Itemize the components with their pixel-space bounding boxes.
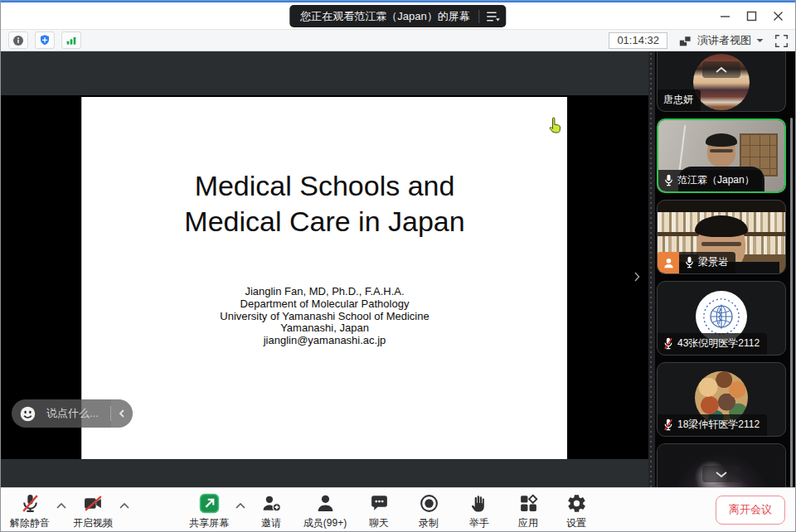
toolbar-items: 解除静音 开启视频 — [0, 488, 600, 532]
network-signal-icon — [65, 34, 78, 47]
security-shield-icon — [38, 34, 51, 47]
fullscreen-icon — [774, 34, 789, 48]
participant-name-label: 范江霖（Japan） — [658, 170, 762, 191]
person-icon — [663, 257, 675, 269]
slide-title: Medical Schools and Medical Care in Japa… — [82, 168, 567, 239]
window-controls — [711, 2, 791, 30]
slide-author-block: Jianglin Fan, MD, Ph.D., F.A.H.A. Depart… — [82, 286, 567, 347]
network-quality-button[interactable] — [61, 31, 81, 49]
minimize-button[interactable] — [711, 5, 738, 28]
info-icon — [12, 34, 25, 47]
scroll-down-button[interactable] — [702, 466, 740, 482]
meeting-info-button[interactable] — [8, 31, 28, 49]
close-button[interactable] — [764, 5, 791, 28]
sidebar-collapse-handle[interactable] — [629, 267, 645, 287]
watching-banner: 您正在观看范江霖（Japan）的屏幕 — [289, 5, 506, 27]
video-options-caret[interactable] — [118, 488, 131, 511]
unmute-group: 解除静音 — [5, 488, 68, 530]
status-toolbar: 01:14:32 演讲者视图 — [0, 30, 796, 51]
mic-muted-icon — [20, 493, 41, 514]
host-badge — [658, 252, 679, 273]
view-mode-button[interactable]: 演讲者视图 — [678, 33, 764, 48]
raise-hand-button[interactable]: 举手 — [454, 488, 504, 530]
chat-bubble-icon — [369, 493, 390, 514]
mic-on-icon — [664, 174, 673, 186]
participant-name-label: 43张倪明医学2112 — [658, 333, 767, 355]
start-video-button[interactable]: 开启视频 — [68, 488, 118, 530]
participant-tile-partial[interactable] — [657, 443, 786, 487]
panel-divider[interactable] — [648, 51, 655, 487]
video-group: 开启视频 — [68, 488, 131, 530]
content-region: Medical Schools and Medical Care in Japa… — [0, 51, 796, 487]
remote-cursor-icon — [547, 116, 565, 138]
close-icon — [773, 11, 784, 22]
record-button[interactable]: 录制 — [403, 488, 454, 530]
maximize-icon — [746, 11, 757, 22]
slide-univ-line: University of Yamanashi School of Medici… — [82, 311, 567, 323]
smiley-icon — [19, 405, 36, 423]
watching-banner-text: 您正在观看范江霖（Japan）的屏幕 — [300, 9, 469, 24]
unmute-button[interactable]: 解除静音 — [5, 488, 55, 530]
record-circle-icon — [419, 493, 439, 514]
slide-city-line: Yamanashi, Japan — [82, 322, 567, 335]
mic-muted-icon — [663, 418, 673, 431]
share-screen-button[interactable]: 共享屏幕 — [184, 488, 234, 530]
minimize-icon — [720, 11, 730, 22]
participant-tile-liangzx[interactable]: 18梁仲轩医学2112 — [657, 362, 786, 437]
share-options-caret[interactable] — [234, 488, 247, 511]
meeting-window: 您正在观看范江霖（Japan）的屏幕 — [0, 0, 796, 532]
apps-grid-icon — [518, 493, 539, 514]
leave-meeting-button[interactable]: 离开会议 — [716, 496, 785, 525]
participant-name-label: 18梁仲轩医学2112 — [658, 414, 767, 436]
chevron-up-icon — [119, 503, 129, 509]
camera-off-icon — [83, 493, 104, 514]
titlebar: 您正在观看范江霖（Japan）的屏幕 — [0, 0, 796, 30]
maximize-button[interactable] — [738, 5, 764, 28]
chevron-left-icon — [118, 409, 126, 418]
participant-tile-liang[interactable]: 梁景岩 — [657, 200, 786, 274]
participant-name-label: 唐忠妍 — [658, 89, 701, 111]
status-left-icons — [8, 31, 81, 49]
fullscreen-button[interactable] — [774, 34, 789, 48]
chevron-up-icon — [715, 66, 728, 74]
invite-button[interactable]: 邀请 — [247, 488, 295, 530]
banner-menu-button[interactable] — [480, 5, 507, 27]
chat-input[interactable]: 说点什么... — [36, 406, 110, 421]
who-emblem-icon — [700, 295, 743, 338]
raise-hand-icon — [469, 493, 490, 514]
participant-tile-zhang[interactable]: 43张倪明医学2112 — [657, 281, 786, 355]
emoji-button[interactable] — [19, 405, 36, 423]
sidebar-scrollbar[interactable] — [790, 118, 793, 487]
participants-sidebar: 唐忠妍 范江霖（Japan） — [655, 51, 796, 487]
chevron-right-icon — [633, 271, 641, 283]
security-button[interactable] — [35, 31, 55, 49]
share-group: 共享屏幕 — [184, 488, 247, 530]
chevron-up-icon — [56, 503, 66, 509]
invite-person-plus-icon — [261, 493, 282, 514]
chevron-down-icon — [715, 471, 728, 478]
status-right-controls: 01:14:32 演讲者视图 — [609, 31, 789, 50]
shared-screen-top-strip — [0, 51, 648, 95]
slide-title-line2: Medical Care in Japan — [82, 204, 567, 239]
audio-options-caret[interactable] — [55, 488, 68, 511]
mic-on-icon — [685, 256, 694, 268]
settings-button[interactable]: 设置 — [552, 488, 600, 530]
view-mode-label: 演讲者视图 — [697, 33, 751, 48]
presentation-slide: Medical Schools and Medical Care in Japa… — [81, 97, 567, 459]
slide-email-line: jianglin@yamanashi.ac.jp — [82, 335, 567, 347]
settings-gear-icon — [566, 493, 587, 514]
slide-title-line1: Medical Schools and — [82, 168, 567, 204]
chevron-down-icon — [756, 38, 764, 43]
scroll-up-button[interactable] — [702, 61, 740, 78]
participant-tile-fan-active-speaker[interactable]: 范江霖（Japan） — [657, 118, 786, 193]
shared-screen-area: Medical Schools and Medical Care in Japa… — [0, 51, 648, 487]
control-toolbar: 解除静音 开启视频 — [0, 487, 796, 532]
participants-button[interactable]: 成员(99+) — [295, 488, 355, 530]
speaker-view-icon — [678, 35, 692, 47]
chat-button[interactable]: 聊天 — [355, 488, 403, 530]
chevron-up-icon — [235, 503, 245, 509]
slide-dept-line: Department of Molecular Pathology — [82, 298, 567, 311]
participant-tile-tang[interactable]: 唐忠妍 — [657, 51, 786, 112]
mic-muted-icon — [663, 337, 673, 350]
apps-button[interactable]: 应用 — [504, 488, 552, 530]
